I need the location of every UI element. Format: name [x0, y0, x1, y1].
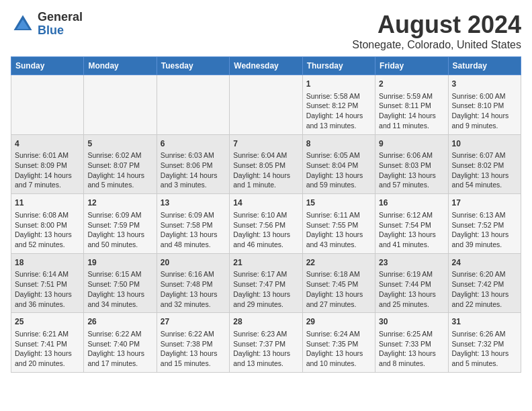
cell-info-line: and 1 minute.: [233, 180, 298, 190]
cell-info-line: and 20 minutes.: [15, 359, 80, 369]
header-row: SundayMondayTuesdayWednesdayThursdayFrid…: [11, 57, 521, 75]
logo-text: General Blue: [38, 11, 83, 38]
cell-info-line: and 8 minutes.: [379, 359, 444, 369]
cell-info-line: and 10 minutes.: [306, 359, 371, 369]
cell-info-line: Sunset: 7:45 PM: [306, 279, 371, 289]
cell-info-line: and 39 minutes.: [452, 240, 517, 250]
cell-info-line: Daylight: 13 hours: [15, 349, 80, 359]
cell-info-line: Daylight: 13 hours: [379, 230, 444, 240]
calendar-cell: 3Sunrise: 6:00 AMSunset: 8:10 PMDaylight…: [448, 75, 521, 135]
cell-info-line: Sunrise: 6:15 AM: [87, 269, 152, 279]
cell-info-line: and 54 minutes.: [452, 180, 517, 190]
calendar-cell: 24Sunrise: 6:20 AMSunset: 7:42 PMDayligh…: [448, 253, 521, 313]
cell-info-line: Sunset: 8:07 PM: [87, 161, 152, 171]
calendar-cell: 4Sunrise: 6:01 AMSunset: 8:09 PMDaylight…: [11, 134, 84, 194]
day-number: 17: [452, 197, 517, 209]
cell-info-line: and 25 minutes.: [379, 300, 444, 310]
cell-info-line: Daylight: 13 hours: [452, 289, 517, 300]
day-number: 1: [306, 79, 371, 90]
cell-info-line: Sunset: 7:32 PM: [452, 339, 517, 349]
calendar-cell: 27Sunrise: 6:22 AMSunset: 7:38 PMDayligh…: [157, 313, 229, 373]
calendar-cell: 14Sunrise: 6:10 AMSunset: 7:56 PMDayligh…: [230, 194, 302, 254]
cell-info-line: Sunrise: 6:02 AM: [87, 150, 152, 161]
cell-info-line: Daylight: 14 hours: [15, 171, 80, 181]
header-day-wednesday: Wednesday: [230, 57, 302, 75]
day-number: 18: [15, 257, 80, 269]
cell-info-line: Daylight: 13 hours: [161, 289, 226, 300]
calendar-cell: 28Sunrise: 6:23 AMSunset: 7:37 PMDayligh…: [230, 313, 302, 373]
cell-info-line: Daylight: 13 hours: [87, 289, 152, 300]
calendar-cell: 6Sunrise: 6:03 AMSunset: 8:06 PMDaylight…: [157, 134, 229, 194]
cell-info-line: Daylight: 13 hours: [306, 289, 371, 300]
cell-info-line: Sunrise: 6:09 AM: [161, 210, 226, 220]
cell-info-line: Daylight: 13 hours: [233, 289, 298, 300]
cell-info-line: Sunset: 7:48 PM: [161, 279, 226, 289]
day-number: 27: [161, 316, 226, 328]
cell-info-line: and 5 minutes.: [87, 180, 152, 190]
cell-info-line: Daylight: 14 hours: [306, 111, 371, 121]
cell-info-line: Sunset: 8:04 PM: [306, 161, 371, 171]
calendar-cell: 20Sunrise: 6:16 AMSunset: 7:48 PMDayligh…: [157, 253, 229, 313]
day-number: 5: [87, 138, 152, 150]
cell-info-line: Sunrise: 5:58 AM: [306, 91, 371, 101]
cell-info-line: Sunrise: 6:24 AM: [306, 329, 371, 339]
calendar-cell: 25Sunrise: 6:21 AMSunset: 7:41 PMDayligh…: [11, 313, 84, 373]
day-number: 16: [379, 197, 444, 209]
cell-info-line: Sunrise: 5:59 AM: [379, 91, 444, 101]
cell-info-line: Daylight: 13 hours: [452, 349, 517, 359]
day-number: 20: [161, 257, 226, 269]
cell-info-line: Daylight: 13 hours: [87, 230, 152, 240]
calendar-cell: 10Sunrise: 6:07 AMSunset: 8:02 PMDayligh…: [448, 134, 521, 194]
cell-info-line: and 17 minutes.: [87, 359, 152, 369]
cell-info-line: Daylight: 13 hours: [15, 230, 80, 240]
header-day-monday: Monday: [84, 57, 157, 75]
day-number: 25: [15, 316, 80, 328]
cell-info-line: and 41 minutes.: [379, 240, 444, 250]
cell-info-line: and 59 minutes.: [306, 180, 371, 190]
cell-info-line: Sunset: 7:37 PM: [233, 339, 298, 349]
cell-info-line: and 43 minutes.: [306, 240, 371, 250]
day-number: 22: [306, 257, 371, 269]
cell-info-line: and 27 minutes.: [306, 300, 371, 310]
calendar-cell: 8Sunrise: 6:05 AMSunset: 8:04 PMDaylight…: [302, 134, 375, 194]
cell-info-line: and 52 minutes.: [15, 240, 80, 250]
day-number: 31: [452, 316, 517, 328]
cell-info-line: Sunset: 8:12 PM: [306, 101, 371, 111]
day-number: 26: [87, 316, 152, 328]
calendar-cell: 21Sunrise: 6:17 AMSunset: 7:47 PMDayligh…: [230, 253, 302, 313]
cell-info-line: and 34 minutes.: [87, 300, 152, 310]
cell-info-line: Sunset: 8:02 PM: [452, 161, 517, 171]
cell-info-line: Sunrise: 6:17 AM: [233, 269, 298, 279]
calendar-cell: 17Sunrise: 6:13 AMSunset: 7:52 PMDayligh…: [448, 194, 521, 254]
cell-info-line: Sunrise: 6:08 AM: [15, 210, 80, 220]
cell-info-line: and 5 minutes.: [452, 359, 517, 369]
cell-info-line: Sunrise: 6:03 AM: [161, 150, 226, 161]
cell-info-line: and 46 minutes.: [233, 240, 298, 250]
cell-info-line: Sunrise: 6:22 AM: [87, 329, 152, 339]
cell-info-line: and 9 minutes.: [452, 121, 517, 131]
day-number: 2: [379, 79, 444, 90]
cell-info-line: Sunset: 7:44 PM: [379, 279, 444, 289]
cell-info-line: Sunset: 7:50 PM: [87, 279, 152, 289]
header-day-friday: Friday: [375, 57, 448, 75]
day-number: 19: [87, 257, 152, 269]
cell-info-line: and 32 minutes.: [161, 300, 226, 310]
cell-info-line: Sunset: 7:51 PM: [15, 279, 80, 289]
cell-info-line: Sunset: 7:47 PM: [233, 279, 298, 289]
cell-info-line: Daylight: 13 hours: [161, 349, 226, 359]
cell-info-line: Sunset: 7:54 PM: [379, 220, 444, 230]
cell-info-line: Sunrise: 6:23 AM: [233, 329, 298, 339]
calendar-cell: 11Sunrise: 6:08 AMSunset: 8:00 PMDayligh…: [11, 194, 84, 254]
cell-info-line: Sunrise: 6:11 AM: [306, 210, 371, 220]
cell-info-line: Sunrise: 6:25 AM: [379, 329, 444, 339]
calendar-cell: 13Sunrise: 6:09 AMSunset: 7:58 PMDayligh…: [157, 194, 229, 254]
cell-info-line: and 29 minutes.: [233, 300, 298, 310]
cell-info-line: Sunrise: 6:16 AM: [161, 269, 226, 279]
calendar-cell: 1Sunrise: 5:58 AMSunset: 8:12 PMDaylight…: [302, 75, 375, 135]
cell-info-line: and 7 minutes.: [15, 180, 80, 190]
day-number: 28: [233, 316, 298, 328]
cell-info-line: Sunset: 7:38 PM: [161, 339, 226, 349]
cell-info-line: Sunset: 7:55 PM: [306, 220, 371, 230]
cell-info-line: Sunset: 7:59 PM: [87, 220, 152, 230]
cell-info-line: and 15 minutes.: [161, 359, 226, 369]
